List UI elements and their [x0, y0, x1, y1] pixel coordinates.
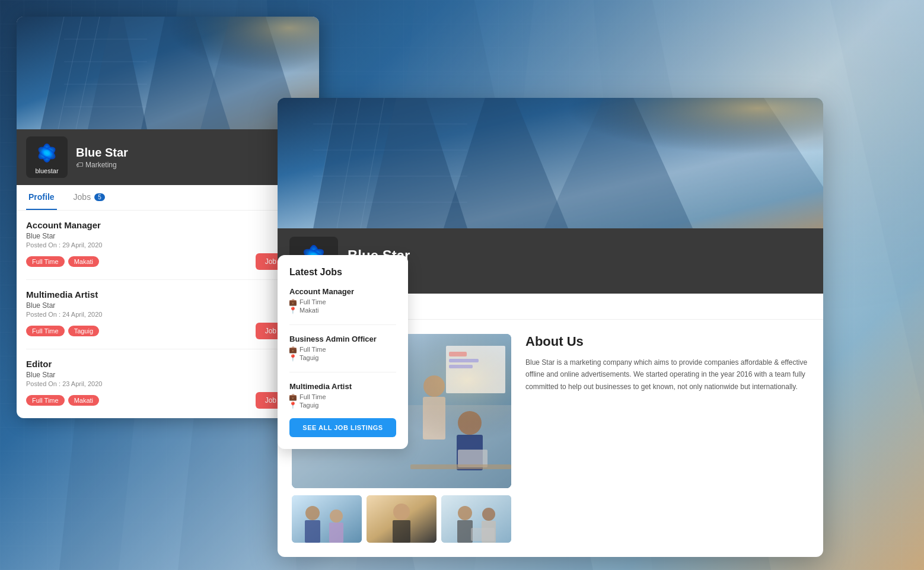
small-images-row [292, 495, 511, 543]
left-job-tags-3: Full Time Makati [26, 395, 99, 406]
see-all-jobs-button[interactable]: SEE ALL JOB LISTINGS [289, 418, 396, 437]
latest-jobs-widget: Latest Jobs Account Manager 💼 Full Time … [278, 255, 408, 449]
widget-job-type-2: 💼 Full Time [289, 346, 396, 353]
left-job-company-1: Blue Star [26, 232, 310, 240]
small-photo-3 [441, 495, 511, 543]
widget-job-item-1: Account Manager 💼 Full Time 📍 Makati [289, 287, 396, 325]
widget-title: Latest Jobs [289, 267, 396, 278]
left-company-category: 🏷 Marketing [76, 161, 128, 169]
svg-rect-37 [278, 98, 823, 228]
svg-point-24 [44, 150, 50, 156]
tag-location-1: Makati [68, 256, 99, 267]
left-tab-jobs[interactable]: Jobs 5 [71, 185, 107, 210]
widget-job-location-3: 📍 Taguig [289, 402, 396, 409]
left-job-tags-2: Full Time Taguig [26, 326, 99, 336]
widget-job-title-2: Business Admin Officer [289, 335, 396, 343]
left-tab-profile[interactable]: Profile [26, 185, 57, 210]
pin-icon-3: 📍 [289, 402, 297, 409]
left-job-item-3: Editor Blue Star Posted On : 23 April, 2… [26, 349, 310, 418]
svg-rect-65 [329, 523, 343, 543]
pin-icon-1: 📍 [289, 307, 297, 314]
about-description: Blue Star is a marketing company which a… [525, 356, 809, 393]
left-card: bluestar Blue Star 🏷 Marketing Profile J… [17, 17, 319, 418]
left-job-title-3: Editor [26, 359, 310, 369]
tag-fulltime-2: Full Time [26, 326, 65, 336]
about-title: About Us [525, 334, 809, 349]
right-hero-banner [278, 98, 823, 228]
small-photo-1 [292, 495, 362, 543]
left-job-row-1: Full Time Makati Job Details [26, 253, 310, 270]
left-company-name: Blue Star [76, 146, 128, 160]
briefcase-icon-2: 💼 [289, 346, 297, 353]
briefcase-icon-1: 💼 [289, 298, 297, 305]
svg-rect-63 [305, 520, 320, 543]
pin-icon-2: 📍 [289, 354, 297, 361]
left-tabs: Profile Jobs 5 [17, 185, 319, 211]
svg-point-64 [330, 510, 343, 523]
svg-rect-68 [393, 520, 410, 543]
widget-job-title-1: Account Manager [289, 287, 396, 296]
left-jobs-list: Account Manager Blue Star Posted On : 29… [17, 211, 319, 418]
left-job-company-3: Blue Star [26, 371, 310, 379]
left-jobs-badge: 5 [94, 193, 105, 201]
tag-location-3: Makati [68, 395, 99, 406]
left-logo: bluestar [26, 136, 68, 178]
widget-job-type-3: 💼 Full Time [289, 393, 396, 400]
widget-job-item-2: Business Admin Officer 💼 Full Time 📍 Tag… [289, 335, 396, 372]
left-job-date-1: Posted On : 29 April, 2020 [26, 241, 310, 249]
left-job-date-2: Posted On : 24 April, 2020 [26, 311, 310, 318]
left-job-item: Account Manager Blue Star Posted On : 29… [26, 211, 310, 280]
left-job-title-1: Account Manager [26, 220, 310, 230]
left-job-title-2: Multimedia Artist [26, 289, 310, 300]
left-job-item-2: Multimedia Artist Blue Star Posted On : … [26, 280, 310, 349]
left-company-header: bluestar Blue Star 🏷 Marketing [17, 129, 319, 185]
svg-rect-71 [457, 520, 473, 543]
left-hero-banner [17, 17, 319, 129]
svg-rect-20 [17, 17, 319, 129]
left-job-date-3: Posted On : 23 April, 2020 [26, 380, 310, 387]
left-job-row-3: Full Time Makati Job Details [26, 392, 310, 409]
svg-point-62 [305, 506, 320, 520]
small-photo-2 [367, 495, 436, 543]
left-job-company-2: Blue Star [26, 301, 310, 310]
left-logo-text: bluestar [35, 167, 58, 174]
svg-point-72 [482, 508, 495, 521]
widget-job-type-1: 💼 Full Time [289, 298, 396, 305]
bluestar-logo-icon [34, 140, 60, 166]
svg-rect-74 [471, 528, 495, 541]
tag-location-2: Taguig [68, 326, 99, 336]
tag-icon: 🏷 [76, 161, 83, 169]
svg-rect-61 [292, 495, 362, 543]
widget-job-title-3: Multimedia Artist [289, 382, 396, 391]
widget-job-location-2: 📍 Taguig [289, 354, 396, 361]
widget-job-item-3: Multimedia Artist 💼 Full Time 📍 Taguig [289, 382, 396, 409]
widget-job-location-1: 📍 Makati [289, 307, 396, 314]
svg-point-67 [393, 504, 410, 520]
tag-fulltime-1: Full Time [26, 256, 65, 267]
right-profile-about: About Us Blue Star is a marketing compan… [525, 334, 809, 543]
left-company-info: Blue Star 🏷 Marketing [76, 146, 128, 169]
briefcase-icon-3: 💼 [289, 393, 297, 400]
svg-point-70 [458, 506, 472, 520]
tag-fulltime-3: Full Time [26, 395, 65, 406]
left-job-tags-1: Full Time Makati [26, 256, 99, 267]
left-job-row-2: Full Time Taguig Job Details [26, 323, 310, 339]
